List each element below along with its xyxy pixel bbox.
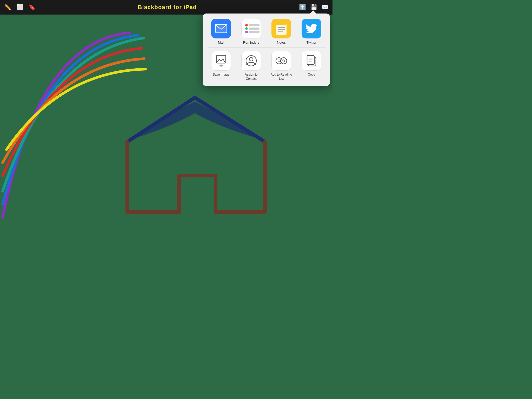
- copy-icon-wrap: [302, 51, 321, 71]
- copy-label: Copy: [308, 73, 315, 77]
- pencil-tool-button[interactable]: ✏️: [4, 4, 11, 11]
- svg-point-19: [278, 60, 280, 62]
- topbar: ✏️ ⬜ 🔖 Blackboard for iPad ⬆️ 💾 ✉️: [0, 0, 332, 15]
- notes-icon: [276, 22, 287, 35]
- notes-icon-wrap: [271, 19, 291, 38]
- svg-rect-9: [276, 22, 287, 25]
- reading-list-icon: [275, 57, 287, 65]
- save-button[interactable]: 💾: [310, 4, 317, 11]
- twitter-label: Twitter: [307, 41, 316, 44]
- reading-list-label: Add to ReadingList: [271, 73, 292, 81]
- assign-contact-icon: [245, 55, 257, 66]
- share-button[interactable]: ⬆️: [299, 4, 306, 11]
- notes-label: Notes: [277, 41, 286, 44]
- reminders-icon-wrap: [241, 19, 261, 38]
- share-popover: Mail: [203, 14, 330, 86]
- reading-list-button[interactable]: Add to ReadingList: [267, 51, 296, 81]
- save-image-label: Save Image: [213, 73, 229, 77]
- save-image-button[interactable]: Save Image: [207, 51, 235, 81]
- email-button[interactable]: ✉️: [321, 4, 328, 11]
- twitter-icon: [305, 23, 317, 34]
- reading-list-icon-wrap: [271, 51, 291, 71]
- share-divider: [207, 48, 326, 48]
- eraser-tool-button[interactable]: ⬜: [16, 4, 23, 11]
- assign-contact-label: Assign toContact: [245, 73, 257, 81]
- svg-point-20: [283, 60, 285, 62]
- share-apps-row: Mail: [207, 19, 326, 44]
- share-mail-button[interactable]: Mail: [207, 19, 235, 44]
- app-title: Blackboard for iPad: [36, 4, 299, 11]
- svg-rect-8: [276, 23, 287, 35]
- share-reminders-button[interactable]: Reminders: [237, 19, 265, 44]
- assign-contact-icon-wrap: [241, 51, 261, 71]
- save-image-icon: [216, 55, 226, 66]
- svg-point-18: [281, 58, 287, 64]
- share-actions-row: Save Image Assign toContact: [207, 51, 326, 81]
- twitter-icon-wrap: [302, 19, 321, 38]
- save-image-icon-wrap: [211, 51, 231, 71]
- copy-icon: [306, 55, 317, 67]
- svg-rect-13: [216, 55, 226, 63]
- share-notes-button[interactable]: Notes: [267, 19, 296, 44]
- svg-rect-22: [307, 56, 314, 64]
- mail-label: Mail: [218, 41, 224, 44]
- copy-button[interactable]: Copy: [297, 51, 326, 81]
- assign-contact-button[interactable]: Assign toContact: [237, 51, 265, 81]
- share-twitter-button[interactable]: Twitter: [297, 19, 326, 44]
- mail-icon: [215, 24, 227, 33]
- svg-point-16: [249, 57, 253, 61]
- mail-icon-wrap: [211, 19, 231, 38]
- bookmark-tool-button[interactable]: 🔖: [29, 4, 36, 11]
- reminders-icon: [243, 24, 260, 33]
- reminders-label: Reminders: [243, 41, 260, 44]
